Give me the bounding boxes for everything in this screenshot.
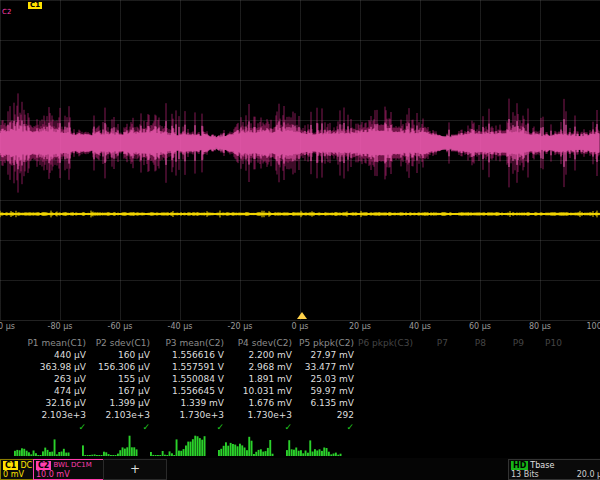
histicon-bar [178, 451, 180, 456]
histicon-bar [136, 449, 138, 456]
histicon-bar [237, 446, 239, 456]
measure-header[interactable]: P10 [528, 337, 566, 349]
measure-value: 160 µV [90, 349, 154, 361]
measure-value [414, 385, 452, 397]
measure-value: 1.339 mV [154, 397, 228, 409]
histicon-bar [173, 455, 175, 456]
axis-label: 0 µs [292, 322, 309, 331]
measure-value [490, 397, 528, 409]
measure-value: 32.16 µV [2, 397, 90, 409]
histicon-bar [21, 448, 23, 456]
histicon-bar [190, 442, 192, 456]
oscilloscope-screen: C1 C2 -100 µs-80 µs-60 µs-40 µs-20 µs0 µ… [0, 0, 600, 480]
measure-histicon[interactable] [286, 432, 342, 456]
measure-histicon[interactable] [14, 432, 70, 456]
measure-header[interactable]: P3 mean(C2) [154, 337, 228, 349]
measure-value [452, 385, 490, 397]
measure-value: 59.97 mV [296, 385, 358, 397]
measure-value [452, 373, 490, 385]
histicon-bar [152, 455, 154, 456]
histicon-bar [94, 454, 96, 456]
histicon-bar [225, 442, 227, 456]
histicon-bar [58, 452, 60, 456]
measure-value [490, 409, 528, 421]
measure-header[interactable]: P2 sdev(C1) [90, 337, 154, 349]
measure-value: 6.135 mV [296, 397, 358, 409]
measure-value [452, 361, 490, 373]
measure-header[interactable]: P6 pkpk(C3) [358, 337, 414, 349]
measure-header[interactable]: P7 [414, 337, 452, 349]
histicon-bar [33, 451, 35, 457]
histicon-bar [298, 451, 300, 456]
measure-header[interactable]: P8 [452, 337, 490, 349]
histicon-bar [255, 452, 257, 456]
measure-value [414, 361, 452, 373]
measure-header[interactable]: P9 [490, 337, 528, 349]
channel-descriptor-c2[interactable]: C2 BWL DC1M 10.0 mV [33, 459, 105, 480]
histicon-bar [227, 446, 229, 456]
measure-value [490, 373, 528, 385]
histicon-bar [40, 455, 42, 456]
measure-value: 167 µV [90, 385, 154, 397]
histicon-bar [307, 453, 309, 456]
measure-value [358, 409, 414, 421]
histicon-bar [204, 436, 206, 456]
measure-value [358, 385, 414, 397]
measure-value [528, 409, 566, 421]
histicon-bar [220, 449, 222, 456]
measure-histicon[interactable] [150, 432, 206, 456]
histicon-bar [258, 450, 260, 456]
histicon-bar [335, 453, 337, 456]
histicon-bar [157, 455, 159, 456]
axis-label: -40 µs [168, 322, 193, 331]
measure-header[interactable]: P4 sdev(C2) [228, 337, 296, 349]
add-trace-button[interactable]: + [103, 459, 167, 480]
axis-label: -80 µs [48, 322, 73, 331]
c1-trace-line [0, 213, 600, 215]
measure-value: 263 µV [2, 373, 90, 385]
histicon-bar [166, 455, 168, 456]
c1-offset: 0 mV [3, 470, 33, 479]
histicon-bar [288, 440, 290, 456]
histicon-bar [98, 455, 100, 456]
histicon-bar [286, 450, 288, 456]
histicon-bar [131, 447, 133, 456]
measure-value [528, 349, 566, 361]
measure-value [358, 349, 414, 361]
histicon-bar [35, 453, 37, 456]
histicon-bar [253, 454, 255, 456]
measure-histicon[interactable] [82, 432, 138, 456]
measure-histicon[interactable] [218, 432, 274, 456]
measure-value: 1.730e+3 [154, 409, 228, 421]
descriptor-bar: C1 DC1M 0 mV C2 BWL DC1M 10.0 mV + HD Tb… [0, 458, 600, 480]
measure-value [358, 373, 414, 385]
measure-header[interactable]: P5 pkpk(C2) [296, 337, 358, 349]
histicon-bar [87, 455, 89, 456]
histicon-bar [305, 451, 307, 457]
histicon-bar [291, 449, 293, 456]
trigger-position-marker[interactable] [297, 312, 307, 319]
histicon-bar [176, 439, 178, 456]
histicon-bar [199, 438, 201, 456]
histicon-bar [150, 452, 152, 456]
trace-label-c2: C2 [2, 9, 11, 16]
histicon-bar [126, 447, 128, 456]
measure-value [528, 397, 566, 409]
measure-value: 25.03 mV [296, 373, 358, 385]
histicon-bar [201, 440, 203, 456]
histicon-bar [169, 451, 171, 456]
timebase-descriptor[interactable]: HD Tbase 13 Bits 20.0 µs/div [508, 459, 600, 480]
histicon-bar [171, 453, 173, 456]
histicon-bar [185, 446, 187, 457]
histicon-bar [265, 451, 267, 456]
timebase-scale: 20.0 µs/div [577, 470, 600, 479]
histicon-bar [223, 446, 225, 456]
histicon-bar [51, 452, 53, 456]
channel-descriptor-c1[interactable]: C1 DC1M 0 mV [0, 459, 36, 480]
hd-badge: HD [511, 461, 528, 470]
axis-label: 20 µs [349, 322, 371, 331]
histicon-bar [89, 455, 91, 456]
measure-table: P1 mean(C1)P2 sdev(C1)P3 mean(C2)P4 sdev… [2, 337, 598, 433]
measure-header[interactable]: P1 mean(C1) [2, 337, 90, 349]
histicon-bar [316, 451, 318, 457]
